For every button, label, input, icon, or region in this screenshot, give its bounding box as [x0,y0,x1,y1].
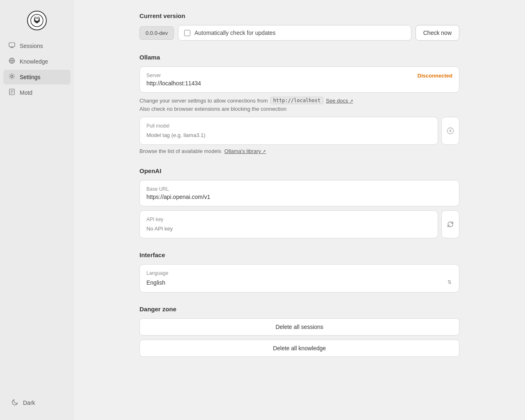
sidebar-nav: Sessions Knowledge Settings Motd [0,39,74,392]
interface-section: Interface Language English ⇅ [139,251,459,292]
server-card: Server http://localhost:11434 Disconnect… [139,66,459,93]
api-key-card: API key [139,210,438,238]
svg-rect-5 [9,43,15,47]
auto-update-checkbox[interactable] [184,30,190,36]
language-card: Language English ⇅ [139,264,459,292]
sidebar-item-settings[interactable]: Settings [3,70,71,84]
see-docs-link[interactable]: See docs [326,98,353,104]
svg-point-8 [11,75,13,78]
svg-point-2 [35,16,39,21]
knowledge-icon [8,57,16,66]
api-key-input[interactable] [146,226,431,232]
pull-model-label: Pull model [146,123,431,129]
sidebar-item-motd[interactable]: Motd [3,85,71,100]
svg-point-3 [36,18,37,19]
delete-knowledge-button[interactable]: Delete all knowledge [139,340,459,357]
delete-sessions-button[interactable]: Delete all sessions [139,318,459,336]
pull-model-row: Pull model [139,117,459,145]
pull-model-button[interactable] [441,117,459,145]
api-key-label: API key [146,217,431,222]
sessions-icon [8,42,16,50]
current-version-section: Current version 0.0.0-dev Automatically … [139,12,459,41]
base-url-value: https://api.openai.com/v1 [146,194,452,200]
dark-mode-toggle[interactable]: Dark [7,395,67,410]
version-row: 0.0.0-dev Automatically check for update… [139,25,459,41]
server-value: http://localhost:11434 [146,80,201,87]
main-content: Current version 0.0.0-dev Automatically … [74,0,525,420]
openai-title: OpenAI [139,167,459,174]
sidebar-item-motd-label: Motd [20,89,32,96]
pull-model-card: Pull model [139,117,438,145]
dark-mode-label: Dark [23,399,35,406]
refresh-api-key-button[interactable] [441,210,459,238]
pull-model-input[interactable] [146,132,431,138]
ollama-library-link[interactable]: Ollama's library [224,148,266,154]
language-select-wrapper: English ⇅ [146,278,452,286]
server-card-header: Server http://localhost:11434 Disconnect… [146,73,452,87]
sidebar: Sessions Knowledge Settings Motd Dark [0,0,74,420]
danger-zone-section: Danger zone Delete all sessions Delete a… [139,306,459,361]
sidebar-item-sessions[interactable]: Sessions [3,39,71,53]
refresh-icon [447,221,454,228]
svg-point-4 [37,18,39,19]
sidebar-item-knowledge[interactable]: Knowledge [3,54,71,69]
settings-icon [8,73,16,81]
sidebar-bottom: Dark [0,392,74,413]
sidebar-item-knowledge-label: Knowledge [20,58,48,65]
openai-section: OpenAI Base URL https://api.openai.com/v… [139,167,459,238]
ollama-title: Ollama [139,54,459,61]
base-url-card: Base URL https://api.openai.com/v1 [139,180,459,206]
disconnected-status: Disconnected [418,73,452,79]
auto-update-text: Automatically check for updates [194,30,276,36]
ollama-section: Ollama Server http://localhost:11434 Dis… [139,54,459,154]
localhost-code: http://localhost [270,97,324,104]
check-now-button[interactable]: Check now [415,25,459,41]
logo-icon [27,11,47,30]
moon-icon [11,399,19,407]
server-info-1: Change your server settings to allow con… [139,97,459,104]
settings-content: Current version 0.0.0-dev Automatically … [139,12,459,361]
server-info-2: Also check no browser extensions are blo… [139,106,459,112]
interface-title: Interface [139,251,459,258]
motd-icon [8,89,16,97]
language-select[interactable]: English [146,279,452,286]
app-logo [0,7,74,39]
current-version-title: Current version [139,12,459,19]
browse-text: Browse the list of available models Olla… [139,148,459,154]
version-badge: 0.0.0-dev [139,26,174,40]
auto-update-label[interactable]: Automatically check for updates [178,25,411,41]
language-label: Language [146,270,452,276]
api-key-row: API key [139,210,459,238]
base-url-label: Base URL [146,186,452,192]
sidebar-item-settings-label: Settings [20,74,41,80]
download-icon [447,127,454,135]
sidebar-item-sessions-label: Sessions [20,43,43,49]
server-content: Server http://localhost:11434 [146,73,201,87]
browse-text-content: Browse the list of available models [139,148,221,154]
danger-zone-title: Danger zone [139,306,459,313]
server-label: Server [146,73,201,78]
info-text-2: Also check no browser extensions are blo… [139,106,286,112]
info-text-1: Change your server settings to allow con… [139,98,268,104]
